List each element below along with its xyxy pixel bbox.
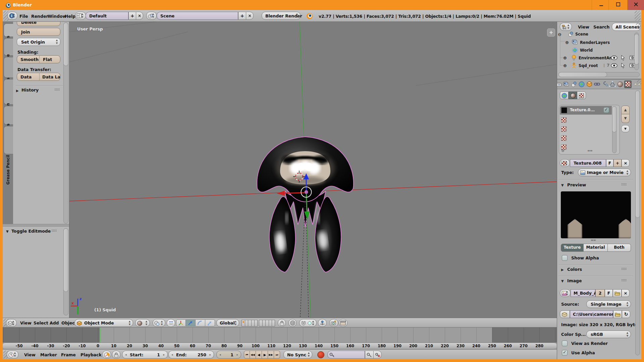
tab-animation[interactable]: Animation (4, 79, 13, 105)
preview-both-button[interactable]: Both (608, 244, 631, 252)
remove-scene-button[interactable]: × (246, 12, 254, 20)
menu-search[interactable]: Search (593, 24, 609, 29)
join-button[interactable]: Join (17, 28, 60, 36)
image-name-field[interactable]: M_Body_Al (571, 289, 595, 297)
colors-expand-triangle[interactable]: ▶ (561, 268, 564, 272)
mode-dropdown[interactable]: Object Mode (74, 319, 133, 327)
texture-name-field[interactable]: Texture.008 (570, 159, 606, 167)
texture-context-other-button[interactable] (577, 92, 586, 99)
frame-end-field[interactable]: ◂ End: 250 ▸ (168, 351, 214, 359)
outliner-row-scene[interactable]: ⊖ Scene (557, 31, 641, 40)
menu-help[interactable]: Help (65, 14, 75, 19)
delete-button[interactable]: Delete (17, 22, 60, 26)
manipulator-axes-button[interactable] (176, 319, 186, 326)
panel-grip[interactable]: ∷∷ (55, 88, 60, 92)
menu-frame[interactable]: Frame (61, 352, 76, 357)
tab-particles-icon[interactable]: ✦✦ (633, 80, 640, 88)
shade-smooth-button[interactable]: Smooth (17, 55, 40, 63)
visibility-eye-icon[interactable] (611, 56, 618, 60)
screen-layout-icon-button[interactable] (75, 12, 86, 20)
transform-orientation-dropdown[interactable]: Global (216, 319, 239, 327)
play-button[interactable]: ▶ (262, 351, 268, 359)
view-as-render-checkbox[interactable]: ✓ (562, 341, 568, 346)
texture-browse-button[interactable] (560, 159, 570, 167)
image-browse-button[interactable] (560, 289, 571, 297)
image-path-field[interactable]: C:\Users\cameron\... (570, 310, 613, 318)
current-frame-field[interactable]: ◂ 1 ▸ (216, 351, 241, 359)
slot-list-scrollbar-thumb[interactable] (612, 106, 616, 132)
show-alpha-checkbox[interactable]: ✓ (562, 255, 568, 261)
expand-icon[interactable]: ⊕ (563, 55, 567, 60)
tab-constraints-icon[interactable] (593, 80, 601, 88)
texture-slot-icon[interactable] (561, 135, 567, 141)
tab-data-icon[interactable] (609, 80, 616, 88)
path-open-button[interactable] (613, 310, 622, 318)
tab-material-icon[interactable] (616, 80, 624, 88)
frame-start-field[interactable]: ◂ Start: 1 ▸ (122, 351, 168, 359)
sync-dropdown[interactable]: No Sync (283, 351, 312, 359)
panel-grip[interactable]: ∷∷ (52, 229, 57, 233)
scale-manipulator-button[interactable] (205, 319, 215, 326)
texture-slot-icon[interactable] (561, 117, 567, 123)
image-fake-user-button[interactable]: F (605, 289, 613, 297)
viewport-shading-dropdown[interactable] (135, 319, 150, 327)
slot-move-down-button[interactable]: ▼ (621, 114, 630, 123)
timeline-frames-band[interactable] (3, 327, 557, 343)
manipulator-toggle-button[interactable] (167, 319, 175, 327)
timeline-playhead[interactable] (100, 327, 100, 343)
image-unlink-button[interactable]: × (622, 289, 630, 297)
toolshelf-scrollbar-thumb[interactable] (63, 22, 68, 66)
texture-type-dropdown[interactable]: Image or Movie (578, 169, 631, 176)
proportional-edit-button[interactable] (288, 319, 297, 327)
tab-world-icon[interactable] (578, 80, 585, 88)
editor-type-3dview-button[interactable] (6, 319, 17, 327)
remove-layout-button[interactable]: × (136, 12, 143, 20)
menu-playback[interactable]: Playback (80, 352, 102, 357)
operator-expand-triangle[interactable]: ▼ (6, 230, 9, 233)
close-button[interactable] (627, 0, 644, 10)
menu-view[interactable]: View (578, 24, 589, 29)
slot-move-up-button[interactable]: ▲ (621, 106, 630, 114)
texture-slot-enable-checkbox[interactable]: ✓ (603, 107, 609, 113)
source-dropdown[interactable]: Single Image (586, 300, 631, 308)
outliner-row-sqd-root[interactable]: ⊕ Sqd_root | 7 (557, 62, 641, 71)
delete-keyframe-button[interactable] (373, 351, 382, 359)
panel-grip[interactable]: ∷∷ (622, 183, 627, 186)
image-expand-triangle[interactable]: ▼ (561, 279, 564, 283)
menu-view[interactable]: View (24, 352, 36, 357)
reload-image-button[interactable]: ↻ (622, 310, 630, 318)
shade-flat-button[interactable]: Flat (40, 55, 60, 63)
use-alpha-checkbox[interactable]: ✓ (562, 350, 568, 356)
preview-resize-grip[interactable]: == (591, 238, 596, 242)
colorspace-dropdown[interactable]: sRGB (586, 330, 631, 338)
set-origin-dropdown[interactable]: Set Origin (17, 38, 60, 46)
menu-view[interactable]: View (20, 320, 32, 325)
operator-scrollbar-thumb[interactable] (63, 228, 68, 292)
editor-type-outliner-button[interactable] (560, 23, 572, 31)
editor-type-info-button[interactable]: i (7, 12, 17, 20)
image-panel-header[interactable]: Image (567, 278, 582, 283)
collapse-icon[interactable]: ⊖ (558, 32, 561, 37)
editor-type-timeline-button[interactable] (7, 351, 18, 359)
fake-user-button[interactable]: F (606, 159, 613, 167)
image-open-button[interactable] (613, 289, 622, 297)
next-keyframe-button[interactable]: ▶▶ (268, 351, 274, 359)
translate-manipulator-button[interactable] (186, 319, 196, 326)
previous-keyframe-button[interactable]: ◀◀ (250, 351, 256, 359)
snap-peel-button[interactable] (318, 319, 327, 327)
jump-to-start-button[interactable]: ⏮ (244, 351, 250, 359)
menu-render[interactable]: Render (31, 14, 48, 19)
add-slot-icon[interactable]: ⊕ (561, 148, 565, 153)
data-button[interactable]: Data (17, 73, 40, 81)
pivot-center-dropdown[interactable] (153, 319, 165, 327)
region-divider[interactable] (3, 224, 69, 227)
image-users-button[interactable]: 2 (595, 289, 605, 297)
outliner-h-scrollbar-thumb[interactable] (558, 72, 607, 77)
timeline-ruler[interactable]: -50-40-30-20-100102030405060708090100110… (3, 343, 557, 349)
menu-marker[interactable]: Marker (40, 352, 57, 357)
layers-grid-2[interactable] (259, 320, 275, 326)
add-scene-button[interactable]: + (238, 12, 246, 20)
history-expand-triangle[interactable]: ▶ (16, 89, 19, 93)
maximize-button[interactable] (608, 0, 627, 10)
screen-layout-field[interactable]: Default (86, 12, 128, 20)
